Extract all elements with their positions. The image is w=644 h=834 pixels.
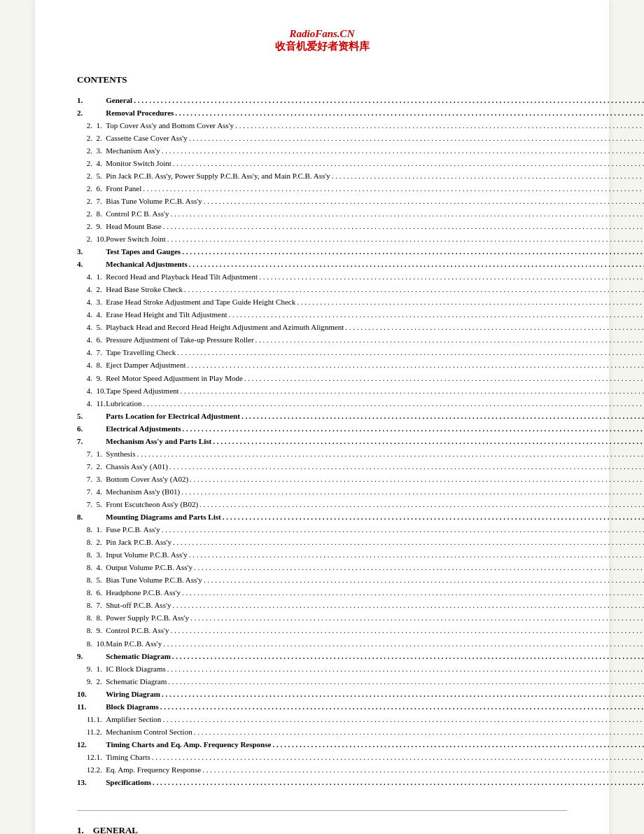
toc-title-text: Parts Location for Electrical Adjustment <box>106 410 240 422</box>
toc-dots <box>150 751 644 763</box>
toc-title-text: Electrical Adjustments <box>106 423 181 435</box>
toc-title: Erase Head Stroke Adjustment and Tape Gu… <box>106 296 644 309</box>
toc-num1: 12. <box>77 738 87 751</box>
toc-dots <box>295 296 644 308</box>
toc-title: Removal Procedures3 <box>106 106 644 119</box>
toc-num3: 1. <box>97 447 106 460</box>
toc-num3: 1. <box>97 662 106 675</box>
toc-num1 <box>77 169 87 182</box>
toc-dots <box>174 107 644 119</box>
toc-title-text: Output Volume P.C.B. Ass'y <box>106 562 192 574</box>
toc-num3: 10. <box>97 384 106 397</box>
toc-title-text: Power Supply P.C.B. Ass'y <box>106 612 189 624</box>
toc-num1 <box>77 713 87 725</box>
toc-title: Top Cover Ass'y and Bottom Cover Ass'y3 <box>106 119 644 132</box>
toc-num1: 10. <box>77 688 87 700</box>
toc-num1: 7. <box>77 435 87 447</box>
toc-entry: IC Block Diagrams23 <box>106 663 644 675</box>
toc-num1 <box>77 625 87 637</box>
toc-title: Shut-off P.C.B. Ass'y19 <box>106 599 644 612</box>
toc-num3: 1. <box>97 713 106 725</box>
toc-entry: Lubrication8 <box>106 398 644 410</box>
toc-dots <box>181 246 644 258</box>
toc-entry: Power Supply P.C.B. Ass'y20 <box>106 612 644 624</box>
toc-num1 <box>77 372 87 384</box>
toc-title-text: Amplifier Section <box>106 714 161 725</box>
toc-num1 <box>77 612 87 625</box>
toc-num3: 2. <box>97 284 106 296</box>
toc-num2: 4. <box>87 271 97 284</box>
toc-title: Pin Jack P.C.B. Ass'y, Power Supply P.C.… <box>106 169 644 182</box>
toc-num2 <box>87 650 97 662</box>
toc-title: Power Switch Joint5 <box>106 233 644 246</box>
toc-entry: Pin Jack P.C.B. Ass'y, Power Supply P.C.… <box>106 170 644 182</box>
toc-num1 <box>77 447 87 460</box>
toc-num1 <box>77 485 87 498</box>
toc-title-text: Front Panel <box>106 183 141 195</box>
toc-num2: 8. <box>87 536 97 549</box>
toc-num3 <box>97 94 106 106</box>
toc-dots <box>234 120 644 132</box>
toc-num3: 9. <box>97 220 106 232</box>
toc-title-text: Timing Charts and Eq. Amp. Frequency Res… <box>106 739 271 751</box>
toc-title-text: Head Base Stroke Check <box>106 284 183 296</box>
toc-num3: 2. <box>97 763 106 776</box>
toc-title-text: Bottom Cover Ass'y (A02) <box>106 473 188 485</box>
toc-entry: Cassette Case Cover Ass'y3 <box>106 132 644 144</box>
toc-num1 <box>77 587 87 599</box>
toc-num2: 7. <box>87 473 97 485</box>
toc-num3 <box>97 777 106 789</box>
toc-num2: 4. <box>87 309 97 321</box>
toc-num2: 4. <box>87 296 97 309</box>
toc-title-text: Eject Damper Adjustment <box>106 359 186 371</box>
toc-num3: 2. <box>97 132 106 144</box>
toc-entry: Playback Head and Record Head Height Adj… <box>106 321 644 333</box>
toc-title-text: Chassis Ass'y (A01) <box>106 461 168 473</box>
toc-entry: Pin Jack P.C.B. Ass'y19 <box>106 536 644 548</box>
toc-num2: 4. <box>87 334 97 347</box>
toc-num2 <box>87 777 97 789</box>
toc-dots <box>169 625 644 637</box>
toc-num2 <box>87 246 97 258</box>
toc-dots <box>161 714 644 725</box>
toc-num3: 5. <box>97 499 106 511</box>
toc-num3: 7. <box>97 347 106 359</box>
toc-title-text: Monitor Switch Joint <box>106 158 172 169</box>
toc-num3: 7. <box>97 195 106 207</box>
toc-dots <box>201 764 644 776</box>
toc-title-text: Playback Head and Record Head Height Adj… <box>106 321 344 333</box>
toc-entry: Reel Motor Speed Adjustment in Play Mode… <box>106 373 644 384</box>
general-main-heading: 1. GENERAL <box>77 825 567 834</box>
toc-num1 <box>77 637 87 650</box>
toc-title: Electrical Adjustments10 <box>106 422 644 435</box>
toc-entry: Control P.C.B. Ass'y20 <box>106 625 644 637</box>
toc-dots <box>132 95 644 106</box>
toc-num3 <box>97 511 106 524</box>
toc-num2: 8. <box>87 562 97 574</box>
toc-num2: 2. <box>87 132 97 144</box>
toc-title: Input Volume P.C.B. Ass'y19 <box>106 549 644 562</box>
toc-title: Bias Tune Volume P.C.B. Ass'y4 <box>106 195 644 207</box>
toc-dots <box>181 587 644 599</box>
toc-dots <box>141 183 644 195</box>
toc-num2: 8. <box>87 574 97 587</box>
toc-num2 <box>87 94 97 106</box>
toc-num3 <box>97 688 106 700</box>
toc-num2: 2. <box>87 195 97 207</box>
toc-num2 <box>87 106 97 119</box>
toc-dots <box>142 398 644 410</box>
toc-title-text: Tape Speed Adjustment <box>106 385 178 397</box>
toc-num3 <box>97 700 106 713</box>
toc-entry: Eject Damper Adjustment8 <box>106 359 644 371</box>
toc-title: Head Base Stroke Check6 <box>106 284 644 296</box>
toc-title-text: General <box>106 95 132 106</box>
toc-entry: Wiring Diagram29 <box>106 688 644 700</box>
toc-dots <box>258 271 644 283</box>
toc-title-text: Top Cover Ass'y and Bottom Cover Ass'y <box>106 120 234 132</box>
toc-title-text: Record Head and Playback Head Tilt Adjus… <box>106 271 258 283</box>
general-section: 1. GENERAL 1.1. Voltage Selector Voltage… <box>77 825 567 834</box>
toc-title-text: Pin Jack P.C.B. Ass'y, Power Supply P.C.… <box>106 170 330 182</box>
toc-entry: Parts Location for Electrical Adjustment… <box>106 410 644 422</box>
toc-num3: 8. <box>97 207 106 220</box>
toc-num3: 3. <box>97 144 106 157</box>
